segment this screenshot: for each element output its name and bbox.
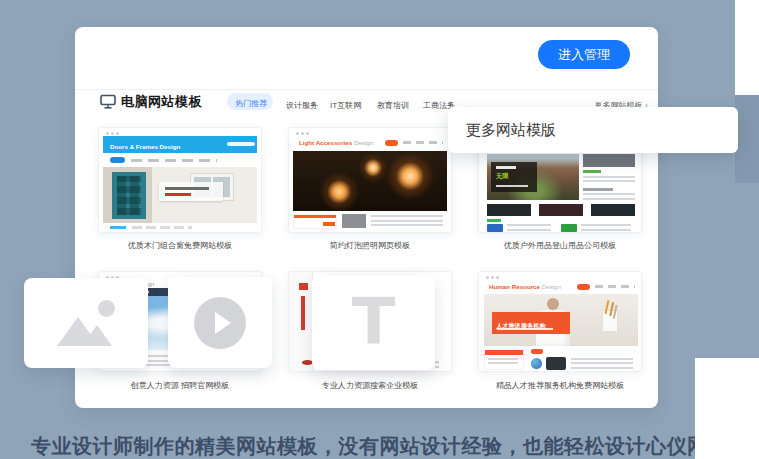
hr-premium-brand-suffix: Design: [542, 283, 561, 290]
overlay-highlight-text: 无限: [496, 172, 508, 181]
lighting-nav-links-placeholder: [403, 141, 443, 144]
template-caption: 简约灯泡照明网页模板: [285, 240, 455, 251]
window-dots-icon: [296, 132, 299, 135]
template-caption: 精品人才推荐服务机构免费网站模板: [475, 380, 645, 391]
tab-label: 热门推荐: [235, 98, 267, 109]
hr-premium-brand: Human Resource Design: [489, 283, 561, 290]
mountain-shape: [82, 325, 112, 346]
lighting-sidebar-placeholder: [293, 214, 337, 229]
template-card-doors[interactable]: Doors & Frames Design: [98, 127, 262, 233]
canyon-photo: 无限: [487, 154, 579, 200]
lighting-text-lines-placeholder: [371, 215, 443, 227]
tab-it-internet[interactable]: IT互联网: [330, 100, 361, 111]
outdoor-list-text: [507, 224, 551, 232]
outdoor-list-text: [581, 224, 631, 232]
phone-number-placeholder: [227, 142, 255, 146]
lighting-brand: Light Accessories Design: [299, 139, 373, 146]
pencil-cup-graphic: [602, 310, 618, 332]
outdoor-green-heading: [583, 170, 601, 173]
outdoor-text-lines: [583, 193, 635, 200]
computer-monitor-icon: [100, 94, 116, 109]
hr-premium-thumb: [546, 357, 566, 370]
outdoor-gray-heading: [583, 188, 613, 191]
doors-nav-links-placeholder: [131, 159, 217, 162]
hr-premium-nav-pill: [577, 284, 590, 290]
template-caption: 优质户外用品登山用品公司模板: [475, 240, 645, 251]
hr-premium-brand-name: Human Resource: [489, 283, 540, 290]
tab-hot-recommend[interactable]: 热门推荐: [227, 93, 273, 110]
doors-brand: Doors & Frames Design: [110, 141, 180, 152]
template-caption: 专业人力资源搜索企业模板: [285, 380, 455, 391]
outdoor-green-label: [487, 219, 501, 222]
outdoor-text-lines: [583, 176, 635, 185]
hr-photo-text-overlay: 人才推送服务机构: [492, 312, 570, 334]
template-caption: 创意人力资源 招聘官网模板: [95, 380, 265, 391]
template-card-hr-premium[interactable]: Human Resource Design 人才推送服务机构: [478, 271, 642, 372]
lighting-nav-pill: [385, 140, 398, 146]
enter-management-button[interactable]: 进入管理: [538, 40, 630, 69]
lighting-brand-suffix: Design: [354, 139, 373, 146]
lighting-brand-name: Light Accessories: [299, 139, 352, 146]
image-icon: [57, 300, 115, 346]
overlay-text-line: [496, 185, 528, 187]
template-caption: 优质木门组合窗免费网站模板: [95, 240, 265, 251]
marketing-headline: 专业设计师制作的精美网站模板，没有网站设计经验，也能轻松设计心仪网站: [0, 433, 759, 459]
background-corner-top-right: [735, 0, 759, 95]
hr-premium-text-lines: [571, 358, 633, 369]
video-placeholder-card[interactable]: [168, 277, 272, 368]
hr-search-red-logo: [299, 283, 308, 290]
text-icon: T: [312, 275, 435, 370]
section-title: 电脑网站模板: [121, 93, 202, 111]
doors-footer-lines: [110, 226, 126, 229]
teal-door-graphic: [112, 172, 146, 219]
office-photo: 人才推送服务机构: [484, 294, 638, 346]
canyon-text-overlay: 无限: [491, 162, 537, 192]
hr-premium-sidebar: [484, 349, 524, 370]
image-placeholder-card[interactable]: [24, 278, 148, 368]
lighting-thumb-placeholder: [342, 214, 366, 228]
play-icon: [194, 297, 246, 349]
header-divider: [75, 89, 658, 90]
doors-nav-pill: [110, 157, 125, 163]
lightbulb-photo: [293, 151, 447, 211]
hr-overlay-title: 人才推送服务机构: [496, 322, 546, 331]
text-placeholder-card[interactable]: T: [312, 275, 435, 370]
hr-search-red-strip: [301, 296, 305, 330]
sun-circle: [98, 300, 115, 317]
hr-premium-orange-tab: [531, 349, 543, 354]
outdoor-list-thumb-green: [561, 224, 577, 232]
hr-premium-nav-links-placeholder: [595, 285, 635, 288]
background-accent-square: [735, 95, 759, 183]
globe-icon: [531, 358, 542, 369]
template-card-lighting[interactable]: Light Accessories Design: [288, 127, 452, 233]
doors-photo-text-overlay: [159, 182, 223, 201]
outdoor-list-thumb-blue: [487, 224, 503, 232]
hr-search-sidebar: [289, 272, 313, 372]
popover-label: 更多网站模版: [466, 107, 556, 153]
outdoor-thumbnail-row: [487, 204, 635, 216]
tab-education[interactable]: 教育培训: [377, 100, 409, 111]
tab-design-service[interactable]: 设计服务: [286, 100, 318, 111]
outdoor-article-thumb: [583, 154, 635, 167]
window-dots-icon: [486, 276, 489, 279]
more-templates-popover[interactable]: 更多网站模版: [448, 107, 738, 153]
overlay-text-line: [496, 166, 516, 169]
window-dots-icon: [106, 132, 109, 135]
background-corner-bottom-right: [695, 358, 759, 459]
doors-photo: [103, 167, 257, 223]
